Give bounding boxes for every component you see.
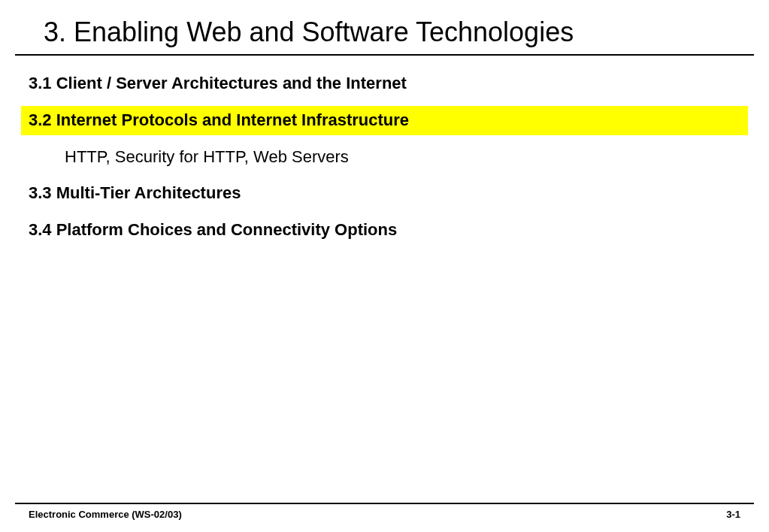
section-3-4: 3.4 Platform Choices and Connectivity Op…: [21, 216, 748, 245]
footer-page-number: 3-1: [726, 509, 754, 520]
slide-title: 3. Enabling Web and Software Technologie…: [15, 0, 754, 56]
section-3-3: 3.3 Multi-Tier Architectures: [21, 179, 748, 208]
section-3-2-highlighted: 3.2 Internet Protocols and Internet Infr…: [21, 106, 748, 135]
slide-container: 3. Enabling Web and Software Technologie…: [0, 0, 769, 532]
section-3-1: 3.1 Client / Server Architectures and th…: [21, 69, 748, 98]
footer-course-name: Electronic Commerce (WS-02/03): [15, 509, 182, 520]
section-3-2-subtopic: HTTP, Security for HTTP, Web Servers: [21, 143, 748, 172]
slide-content: 3.1 Client / Server Architectures and th…: [0, 56, 769, 245]
slide-footer: Electronic Commerce (WS-02/03) 3-1: [15, 503, 754, 520]
